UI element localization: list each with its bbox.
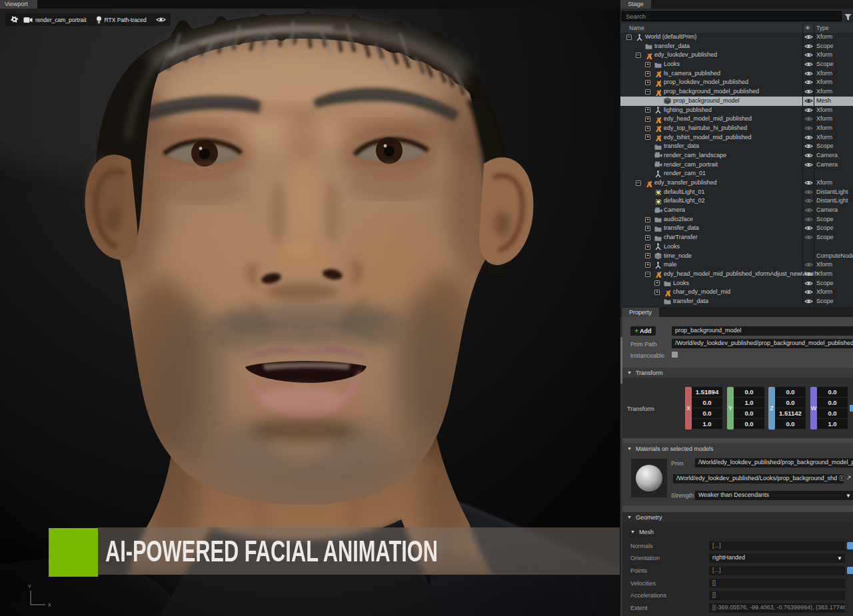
- svg-text:Y: Y: [28, 584, 31, 589]
- svg-text:X: X: [48, 603, 51, 607]
